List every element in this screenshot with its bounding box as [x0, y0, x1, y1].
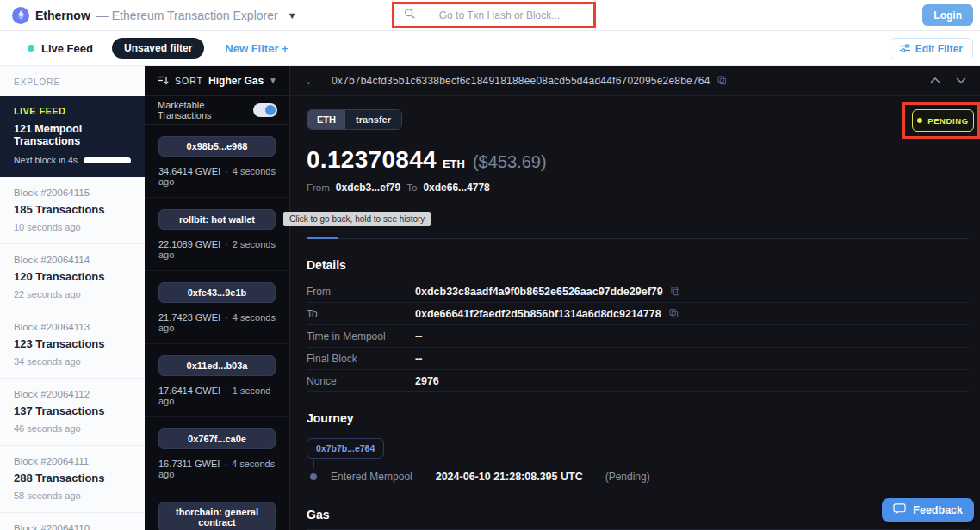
chevron-down-icon[interactable] — [956, 77, 966, 83]
filter-bar: Live Feed Unsaved filter New Filter + Ed… — [0, 31, 980, 66]
back-button-tooltip: Click to go back, hold to see history — [283, 212, 431, 226]
feedback-chat-icon — [893, 503, 906, 517]
brand-suffix: — Ethereum Transaction Explorer — [96, 9, 278, 22]
tx-list-item: 0xfe43...9e1b 21.7423 GWEI4 seconds ago — [145, 271, 289, 344]
from-label: From — [307, 182, 330, 193]
sidebar-item-block[interactable]: Block #20064110 102 Transactions 1 minut… — [0, 513, 145, 530]
journey-section-title: Journey — [307, 411, 969, 427]
marketable-row: Marketable Transactions — [145, 96, 289, 125]
active-tab-indicator — [307, 237, 338, 239]
from-to-summary: From 0xdcb3...ef79 To 0xde66...4778 — [307, 182, 980, 194]
block-txn-count: 185 Transactions — [14, 203, 131, 216]
transaction-hash: 0x7b7b4cfd35b1c6338becf6c184918188ee08ac… — [332, 75, 710, 87]
asset-tag: ETH — [307, 110, 345, 129]
block-txn-count: 137 Transactions — [14, 404, 131, 417]
timeline-dot-icon — [310, 473, 317, 480]
journey-tx-tag[interactable]: 0x7b7b...e764 — [307, 438, 384, 459]
event-state: (Pending) — [605, 471, 650, 483]
sidebar-item-block[interactable]: Block #20064111 288 Transactions 58 seco… — [0, 446, 145, 513]
type-tag: transfer — [345, 110, 401, 129]
gas-section-title: Gas — [307, 508, 969, 530]
tx-gas: 17.6414 GWEI — [158, 385, 220, 396]
tx-list-item: 0x98b5...e968 34.6414 GWEI4 seconds ago — [145, 125, 289, 198]
tx-hash-pill[interactable]: 0xfe43...9e1b — [158, 282, 276, 303]
amount-usd: ($453.69) — [473, 152, 547, 172]
row-value: -- — [415, 330, 422, 342]
sidebar-item-block[interactable]: Block #20064112 137 Transactions 46 seco… — [0, 379, 145, 446]
block-number: Block #20064112 — [14, 389, 131, 399]
live-feed-title: LIVE FEED — [14, 106, 131, 116]
toggle-knob — [265, 105, 276, 115]
row-value: 2976 — [415, 375, 439, 387]
tx-list-item: 0x767f...ca0e 16.7311 GWEI4 seconds ago — [145, 417, 289, 490]
block-txn-count: 288 Transactions — [14, 471, 131, 484]
block-txn-count: 120 Transactions — [14, 270, 131, 283]
detail-row-nonce: Nonce 2976 — [307, 370, 969, 392]
tx-gas: 22.1089 GWEI — [158, 239, 220, 250]
next-block-label: Next block in 4s — [14, 155, 78, 165]
tx-hash-pill[interactable]: 0x11ed...b03a — [158, 355, 276, 376]
amount-value: 0.12370844 — [307, 146, 437, 174]
row-label: Final Block — [307, 353, 415, 365]
block-age: 22 seconds ago — [14, 289, 131, 299]
tx-hash-pill[interactable]: 0x767f...ca0e — [158, 428, 276, 449]
tx-hash-pill[interactable]: 0x98b5...e968 — [158, 136, 276, 157]
block-age: 10 seconds ago — [14, 222, 131, 232]
sort-header[interactable]: SORT Higher Gas ▼ — [145, 66, 289, 96]
event-name: Entered Mempool — [331, 471, 412, 483]
search-box[interactable] — [394, 4, 592, 27]
row-value: -- — [415, 353, 422, 365]
copy-icon[interactable] — [669, 309, 679, 318]
content: EXPLORE LIVE FEED 121 Mempool Transactio… — [0, 66, 980, 530]
block-number: Block #20064113 — [14, 322, 131, 332]
sidebar-item-block[interactable]: Block #20064115 185 Transactions 10 seco… — [0, 177, 145, 244]
block-number: Block #20064115 — [14, 188, 131, 198]
login-button[interactable]: Login — [922, 4, 973, 26]
block-number: Block #20064114 — [14, 255, 131, 265]
ethernow-logo-icon — [12, 7, 29, 24]
new-filter-link[interactable]: New Filter + — [225, 42, 288, 55]
back-arrow-icon[interactable]: ← — [305, 74, 317, 88]
detail-body: ETH transfer 0.12370844 ETH ($453.69) Fr… — [290, 96, 980, 530]
marketable-toggle[interactable] — [253, 103, 277, 117]
detail-header: ← 0x7b7b4cfd35b1c6338becf6c184918188ee08… — [290, 66, 980, 96]
journey-event: Entered Mempool 2024-06-10 21:28:08.395 … — [307, 471, 980, 483]
explore-label: EXPLORE — [0, 66, 145, 96]
sidebar-item-live-feed[interactable]: LIVE FEED 121 Mempool Transactions Next … — [0, 96, 145, 177]
mempool-count: 121 Mempool Transactions — [14, 123, 131, 147]
next-block-progress-bar — [84, 157, 131, 163]
row-label: Nonce — [307, 375, 415, 387]
chevron-down-icon[interactable]: ▼ — [288, 10, 297, 21]
tx-gas: 16.7311 GWEI — [158, 459, 220, 469]
to-label: To — [406, 182, 417, 193]
sidebar-item-block[interactable]: Block #20064113 123 Transactions 34 seco… — [0, 311, 145, 379]
tx-hash-pill[interactable]: thorchain: general contract — [158, 502, 276, 530]
transaction-detail-panel: ← 0x7b7b4cfd35b1c6338becf6c184918188ee08… — [289, 66, 980, 530]
row-label: From — [307, 286, 415, 298]
tx-hash-pill[interactable]: rollbit: hot wallet — [158, 209, 276, 230]
detail-row-to: To 0xde66641f2faedf2d5b856bf1314a6d8dc92… — [307, 303, 969, 325]
brand[interactable]: Ethernow — Ethereum Transaction Explorer… — [12, 7, 297, 24]
sort-value[interactable]: Higher Gas — [208, 75, 264, 87]
from-address-short[interactable]: 0xdcb3...ef79 — [336, 182, 400, 194]
block-age: 58 seconds ago — [14, 490, 131, 501]
tx-list-item: rollbit: hot wallet 22.1089 GWEI2 second… — [145, 198, 289, 271]
detail-row-mempool-time: Time in Mempool -- — [307, 325, 969, 348]
block-age: 34 seconds ago — [14, 356, 131, 367]
sidebar-item-block[interactable]: Block #20064114 120 Transactions 22 seco… — [0, 244, 145, 311]
unsaved-filter-pill[interactable]: Unsaved filter — [112, 38, 204, 59]
copy-icon[interactable] — [717, 76, 727, 85]
detail-row-final-block: Final Block -- — [307, 348, 969, 370]
search-input[interactable] — [416, 9, 583, 22]
copy-icon[interactable] — [671, 287, 680, 296]
filter-sliders-icon — [900, 43, 910, 55]
search-icon — [404, 8, 416, 23]
chevron-up-icon[interactable] — [930, 77, 940, 83]
row-label: To — [307, 308, 415, 320]
live-status-dot — [28, 45, 34, 52]
from-address-full: 0xdcb33c8aadf4a9f0b8652e6526aac97dde29ef… — [415, 286, 663, 298]
to-address-short[interactable]: 0xde66...4778 — [423, 182, 489, 194]
pending-dot-icon — [917, 118, 922, 123]
feedback-button[interactable]: Feedback — [882, 498, 974, 522]
edit-filter-button[interactable]: Edit Filter — [890, 38, 973, 59]
